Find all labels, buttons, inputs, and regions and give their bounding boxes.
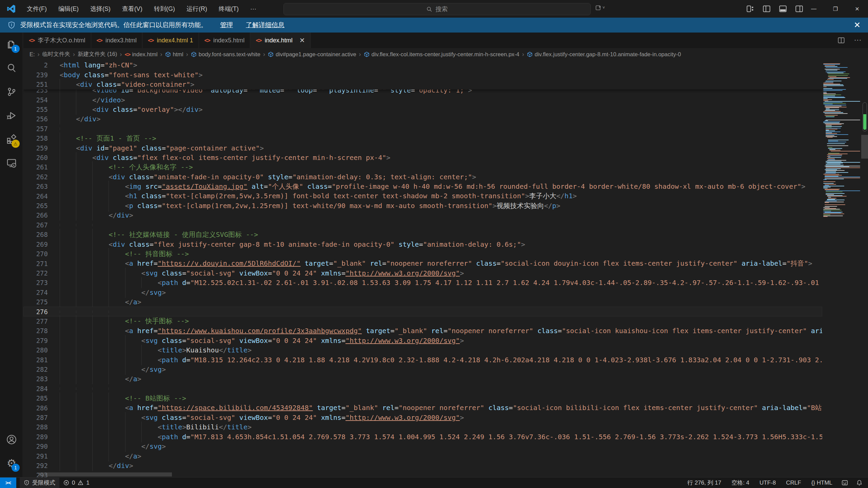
indent-guide — [76, 224, 76, 226]
split-editor-icon[interactable] — [837, 36, 846, 45]
restricted-mode-status[interactable]: 受限模式 — [20, 477, 59, 488]
indent-guide — [141, 277, 142, 288]
minimap-line — [825, 113, 848, 114]
search-input[interactable]: 搜索 — [283, 3, 591, 15]
code-line-261: 261 <!-- 个人头像和名字 --> — [23, 162, 822, 172]
line-number: 262 — [23, 173, 48, 181]
indent-guide — [76, 310, 76, 313]
menu-item-0[interactable]: 文件(F) — [21, 0, 53, 18]
line-number: 273 — [23, 279, 48, 286]
tab-index.html[interactable]: <>index.html✕ — [250, 33, 311, 48]
minimize-button[interactable]: — — [803, 0, 825, 18]
indent-guide — [60, 335, 60, 346]
sidebar-item-run-debug[interactable] — [0, 104, 23, 127]
minimap-line — [825, 212, 843, 212]
chevron-right-icon: › — [38, 51, 40, 58]
minimap-line — [823, 174, 839, 175]
tab-index5.html[interactable]: <>index5.html — [199, 33, 251, 48]
minimap-line — [825, 101, 860, 102]
code-line-257: 257 — [23, 124, 822, 134]
minimap-line — [827, 156, 830, 157]
remote-indicator[interactable]: >< — [0, 477, 16, 488]
vertical-scrollbar[interactable] — [861, 60, 868, 477]
indent-guide — [76, 422, 76, 432]
sidebar-item-extensions[interactable]: ⚠ — [0, 127, 23, 151]
accounts-icon[interactable] — [0, 428, 23, 451]
tab-index4.html[interactable]: <>index4.html 1 — [142, 33, 199, 48]
notifications-bell-icon[interactable] — [852, 477, 868, 488]
status-language-mode[interactable]: {} HTML — [806, 480, 837, 486]
toggle-secondary-sidebar-icon[interactable] — [795, 4, 804, 13]
feedback-icon[interactable] — [837, 477, 852, 488]
indent-guide — [141, 431, 142, 442]
line-number: 278 — [23, 327, 48, 334]
menu-item-1[interactable]: 编辑(E) — [53, 0, 84, 18]
menu-item-4[interactable]: 转到(G) — [148, 0, 181, 18]
manage-link[interactable]: 管理 — [220, 21, 233, 29]
status-indentation[interactable]: 空格: 4 — [726, 479, 754, 487]
line-number: 265 — [23, 202, 48, 209]
line-number: 239 — [23, 71, 48, 79]
chevron-right-icon: › — [359, 51, 361, 58]
line-number: 287 — [23, 414, 48, 421]
indent-guide — [108, 412, 109, 423]
breadcrumb-segment[interactable]: body.font-sans.text-white — [191, 51, 260, 58]
status-eol[interactable]: CRLF — [781, 480, 806, 486]
indent-guide — [125, 431, 125, 442]
toggle-sidebar-icon[interactable] — [762, 4, 771, 13]
shield-icon — [7, 21, 16, 29]
breadcrumb-segment[interactable]: E: — [29, 51, 35, 58]
indent-guide — [60, 224, 60, 226]
code-line-292: 292 </div> — [23, 461, 822, 470]
more-actions-icon[interactable]: ··· — [854, 37, 862, 43]
banner-close-icon[interactable]: ✕ — [854, 20, 861, 30]
line-number: 256 — [23, 115, 48, 123]
breadcrumb-segment[interactable]: div#page1.page-container.active — [268, 51, 356, 58]
close-tab-icon[interactable]: ✕ — [299, 36, 305, 44]
breadcrumb-segment[interactable]: <>index.html — [125, 51, 158, 58]
minimap-line — [827, 155, 842, 155]
minimap-line — [825, 66, 838, 67]
settings-gear-icon[interactable]: ⚙ 1 — [0, 451, 23, 475]
sidebar-item-explorer[interactable]: 1 — [0, 33, 23, 56]
toggle-panel-icon[interactable] — [778, 4, 787, 13]
breadcrumb-segment[interactable]: div.flex.justify-center.gap-8.mt-10.anim… — [527, 51, 681, 58]
breadcrumb-segment[interactable]: div.flex.flex-col.items-center.justify-c… — [364, 51, 519, 58]
sidebar-item-search[interactable] — [0, 56, 23, 80]
restore-button[interactable]: ❐ — [825, 0, 846, 18]
minimap[interactable] — [822, 60, 861, 477]
minimap-line — [825, 175, 842, 176]
status-cursor-position[interactable]: 行 276, 列 17 — [682, 479, 726, 487]
indent-guide — [141, 345, 142, 355]
learn-more-link[interactable]: 了解详细信息 — [246, 21, 284, 29]
breadcrumb-segment[interactable]: 新建文件夹 (16) — [78, 50, 117, 58]
line-number: 272 — [23, 269, 48, 277]
minimap-line — [826, 133, 837, 134]
code-editor[interactable]: 253 <video id="background-video" autopla… — [23, 60, 868, 477]
layout-dropdown-icon[interactable]: ˅ — [595, 5, 605, 11]
menu-item-3[interactable]: 查看(V) — [116, 0, 148, 18]
horizontal-scrollbar-thumb[interactable] — [39, 472, 172, 476]
breadcrumb-segment[interactable]: 临时文件夹 — [42, 50, 71, 58]
restricted-mode-banner: 受限模式旨在实现安全地浏览代码。信任此窗口以启用所有功能。 管理 了解详细信息 … — [0, 18, 868, 33]
tab-index3.html[interactable]: <>index3.html — [91, 33, 143, 48]
breadcrumb-segment[interactable]: html — [165, 51, 183, 58]
minimap-line — [823, 216, 828, 217]
customize-layout-icon[interactable] — [746, 4, 755, 13]
sidebar-item-remote-explorer[interactable] — [0, 151, 23, 175]
sidebar-item-source-control[interactable] — [0, 80, 23, 104]
menu-item-5[interactable]: 运行(R) — [181, 0, 213, 18]
menu-item-7[interactable]: ··· — [244, 0, 262, 18]
status-encoding[interactable]: UTF-8 — [754, 480, 781, 486]
problems-status[interactable]: 0 1 — [59, 477, 94, 488]
tab-label: 李子木大O.o.html — [38, 36, 85, 44]
menu-item-2[interactable]: 选择(S) — [84, 0, 116, 18]
sticky-scroll: 2<html lang="zh-CN">239<body class="font… — [23, 60, 822, 89]
menu-item-6[interactable]: 终端(T) — [213, 0, 244, 18]
close-window-button[interactable]: ✕ — [846, 0, 868, 18]
tab-李子木大O.o.html[interactable]: <>李子木大O.o.html — [23, 33, 91, 48]
minimap-line — [829, 77, 850, 78]
settings-badge: 1 — [12, 464, 20, 472]
indent-guide — [141, 354, 142, 365]
vertical-scrollbar-thumb[interactable] — [861, 135, 868, 159]
